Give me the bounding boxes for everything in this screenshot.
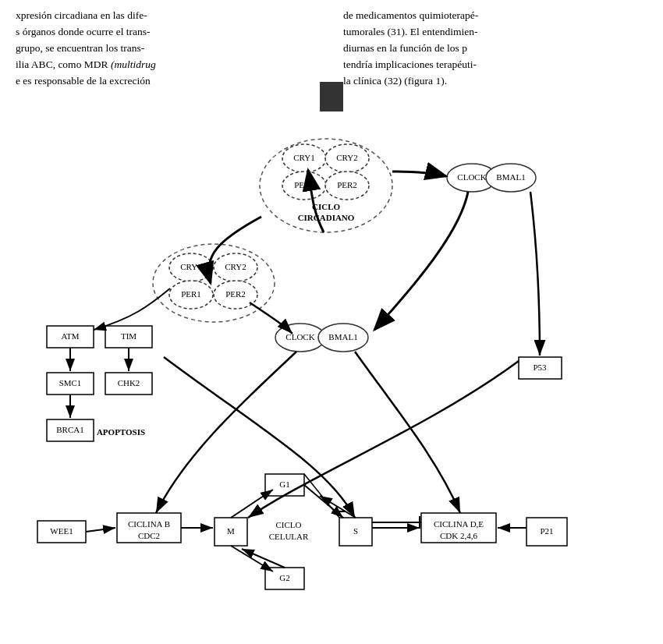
ciclo-celular-label2: CELULAR bbox=[269, 532, 309, 541]
ciclina-de-cdk-box2: CDK 2,4,6 bbox=[440, 531, 477, 540]
svg-line-40 bbox=[231, 546, 273, 571]
apoptosis-label: APOPTOSIS bbox=[97, 427, 145, 437]
ciclina-de-cdk-box: CICLINA D,E bbox=[434, 519, 484, 529]
diagram-area: CRY1 CRY2 PER1 PER2 CICLO CIRCADIANO CLO… bbox=[0, 115, 663, 644]
g1-box: G1 bbox=[279, 479, 289, 489]
clock-top-label: CLOCK bbox=[457, 172, 486, 182]
svg-line-42 bbox=[304, 485, 343, 518]
per2-top-label: PER2 bbox=[337, 180, 357, 189]
center-divider-block bbox=[320, 82, 343, 111]
g2-box: G2 bbox=[279, 573, 289, 582]
m-box: M bbox=[227, 526, 235, 536]
clock-mid-label: CLOCK bbox=[285, 332, 314, 341]
tim-box: TIM bbox=[121, 331, 136, 341]
smc1-box: SMC1 bbox=[59, 378, 82, 387]
svg-line-39 bbox=[231, 490, 273, 518]
cry2-top-label: CRY2 bbox=[336, 153, 358, 162]
svg-point-15 bbox=[153, 244, 275, 322]
p53-box: P53 bbox=[533, 363, 547, 372]
svg-line-38 bbox=[320, 496, 356, 518]
top-right-text: de medicamentos quimioterapé- tumorales … bbox=[332, 8, 663, 101]
ciclina-b-cdc2-box2: CDC2 bbox=[138, 531, 160, 540]
cry1-mid-label: CRY1 bbox=[180, 262, 202, 271]
ciclo-circadiano-label: CICLO bbox=[312, 202, 341, 211]
svg-line-35 bbox=[86, 528, 115, 532]
top-left-text: xpresión circadiana en las dife- s órgan… bbox=[0, 8, 332, 101]
svg-line-46 bbox=[304, 474, 339, 518]
s-box: S bbox=[353, 526, 358, 536]
ciclo-circadiano-label2: CIRCADIANO bbox=[298, 213, 355, 222]
ciclo-celular-label: CICLO bbox=[276, 520, 302, 529]
ciclina-b-cdc2-box: CICLINA B bbox=[128, 519, 170, 529]
bmal1-top-label: BMAL1 bbox=[496, 172, 525, 182]
per2-mid-label: PER2 bbox=[225, 289, 246, 299]
atm-box: ATM bbox=[61, 331, 79, 341]
p21-box: P21 bbox=[540, 526, 553, 536]
bmal1-mid-label: BMAL1 bbox=[328, 332, 357, 341]
chk2-box: CHK2 bbox=[118, 378, 140, 387]
per1-mid-label: PER1 bbox=[181, 289, 201, 299]
wee1-box: WEE1 bbox=[50, 526, 73, 536]
cry2-mid-label: CRY2 bbox=[225, 262, 246, 271]
cry1-top-label: CRY1 bbox=[293, 153, 315, 162]
brca1-box: BRCA1 bbox=[56, 425, 83, 434]
